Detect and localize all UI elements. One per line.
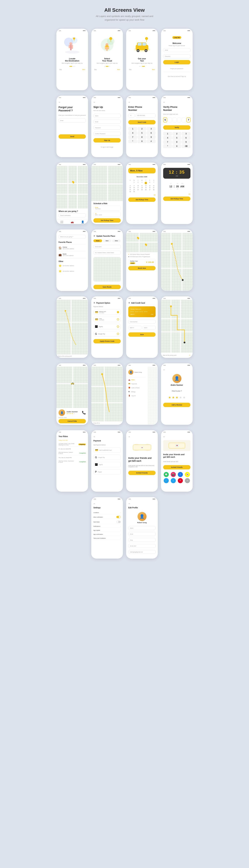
- cvv-input[interactable]: 06/23: [143, 326, 156, 330]
- star-2[interactable]: ★: [172, 396, 175, 399]
- star-3[interactable]: ★: [175, 396, 178, 399]
- key-5[interactable]: 5: [138, 131, 146, 135]
- ph-google[interactable]: G Google Pay: [94, 455, 121, 460]
- set-pickup-btn[interactable]: Set Pickup Time: [94, 218, 121, 223]
- master-card-option[interactable]: 💳 Mastercard •••• 4514: [94, 309, 121, 315]
- signup-email[interactable]: Email: [94, 120, 121, 124]
- back-btn-payment[interactable]: ✕: [94, 302, 95, 304]
- back-btn-invite[interactable]: ←: [128, 435, 155, 438]
- forgot-email-input[interactable]: Email: [59, 119, 86, 122]
- date-pickup-btn[interactable]: Set Pickup Time: [128, 197, 155, 202]
- vkey-9[interactable]: 9: [182, 140, 190, 144]
- star-4[interactable]: ★: [179, 396, 182, 399]
- setting-app-update[interactable]: App Update ›: [94, 529, 121, 532]
- sidebar-invite[interactable]: 🎁 Invite a Friend: [128, 386, 146, 389]
- key-7[interactable]: 7: [128, 135, 137, 139]
- setting-terms[interactable]: Terms and Conditions ›: [94, 537, 121, 540]
- vkey-3[interactable]: 3: [182, 132, 190, 135]
- fav-name-input[interactable]: McDonald's: [94, 245, 121, 249]
- otp-box-4[interactable]: [177, 117, 181, 122]
- tab-other[interactable]: Other: [112, 240, 121, 242]
- key-1[interactable]: 1: [128, 127, 137, 131]
- profile-dob-input[interactable]: 08 06 1997: [128, 544, 155, 548]
- key-8[interactable]: 8: [138, 135, 146, 139]
- setting-darkmode[interactable]: Dark Mode: [94, 520, 121, 524]
- key-3[interactable]: 3: [147, 127, 155, 131]
- key-4[interactable]: 4: [128, 131, 137, 135]
- pinterest-share[interactable]: P: [177, 478, 183, 483]
- add-review-btn[interactable]: Add a Review: [163, 403, 190, 407]
- back-btn-signup[interactable]: ←: [94, 101, 121, 103]
- thursday-ride-item[interactable]: 789 Pine Street, Downtown € 32.00 Comple…: [59, 460, 86, 464]
- back-btn-invite2[interactable]: ←: [163, 435, 190, 438]
- signup-name[interactable]: Name: [94, 114, 121, 118]
- country-code-input[interactable]: +0: [128, 114, 135, 118]
- other-location-2[interactable]: ⭐ Set another address: [59, 269, 86, 273]
- setting-locations[interactable]: Locations ›: [94, 511, 121, 514]
- back-btn-fav[interactable]: ✕: [94, 235, 95, 237]
- vkey-7[interactable]: 7: [163, 140, 172, 144]
- email-input[interactable]: Email: [163, 48, 190, 52]
- vkey-5[interactable]: 5: [172, 136, 181, 140]
- friday-ride-item[interactable]: 456 Oak Avenue, Suburb € 45.00 Completed: [59, 451, 86, 455]
- back-btn-verify[interactable]: ←: [163, 101, 190, 103]
- vkey-8[interactable]: 8: [172, 140, 181, 144]
- send-code-button[interactable]: Send Code: [128, 120, 155, 124]
- otp-box-1[interactable]: 5: [163, 117, 167, 122]
- signup-password[interactable]: Password: [94, 126, 121, 130]
- login-button[interactable]: Login: [163, 60, 190, 64]
- otp-box-2[interactable]: [168, 117, 172, 122]
- forgot-link[interactable]: Forgot your password?: [170, 68, 183, 69]
- vkey-star[interactable]: *: [163, 144, 172, 148]
- back-btn-settings[interactable]: ←: [94, 502, 121, 505]
- other-location-1[interactable]: ⭐ Set another address: [59, 264, 86, 268]
- twitter2-share[interactable]: t: [170, 478, 176, 483]
- next-btn[interactable]: Next: [82, 69, 85, 70]
- star-1[interactable]: ★: [168, 396, 171, 399]
- key-9[interactable]: 9: [147, 135, 155, 139]
- signup-confirm[interactable]: Confirm Password: [94, 132, 121, 135]
- tab-profile-icon[interactable]: 👤: [81, 220, 84, 223]
- key-6[interactable]: 6: [147, 131, 155, 135]
- back-btn-profile[interactable]: ←: [128, 502, 155, 505]
- profile-drug-input[interactable]: Drug: [128, 538, 155, 542]
- invite-friends-btn2[interactable]: Invited Friends: [163, 465, 190, 469]
- profile-email-input[interactable]: Email: [128, 532, 155, 536]
- signup-link[interactable]: Don't have an account? Sign Up: [168, 76, 186, 77]
- vkey-del[interactable]: ⌫: [182, 144, 190, 148]
- tab-home-icon[interactable]: ⬜: [60, 220, 63, 223]
- book-now-btn[interactable]: Book Now: [128, 266, 155, 270]
- sidebar-logout[interactable]: 🚪 Log out: [128, 394, 146, 397]
- ph-paypal[interactable]: 🅿 PayPal: [94, 462, 121, 467]
- invite-friends-btn[interactable]: Invited Friends: [128, 471, 155, 475]
- phone-call-icon[interactable]: 📞: [82, 411, 86, 415]
- verify-button[interactable]: Verify: [163, 125, 190, 130]
- work-location-item[interactable]: 💼 Work Set a work address: [59, 252, 86, 257]
- setting-app-confirm[interactable]: App confirmation ›: [94, 533, 121, 536]
- facebook-share[interactable]: f: [177, 472, 183, 477]
- expiry-input[interactable]: MM/YY: [128, 326, 141, 330]
- time-ok-btn[interactable]: OK: [189, 193, 191, 195]
- key-hash[interactable]: #: [147, 140, 155, 143]
- skip-btn[interactable]: Skip: [59, 69, 62, 70]
- twitter-share[interactable]: 🐦: [163, 478, 169, 483]
- vkey-2[interactable]: 2: [172, 132, 181, 135]
- car-option[interactable]: Sedan Car Cash € 126.00: [128, 259, 155, 265]
- star-5[interactable]: ★: [183, 396, 186, 399]
- tab-home[interactable]: Home: [94, 240, 102, 242]
- ph-paypal2[interactable]: P Paypal: [94, 469, 121, 474]
- darkmode-toggle[interactable]: [116, 521, 121, 523]
- setting-notifications[interactable]: Allow notification: [94, 515, 121, 519]
- signup-button[interactable]: Sign Up: [94, 138, 121, 143]
- google-signin-link[interactable]: Or sign in with Google: [101, 147, 113, 148]
- vkey-6[interactable]: 6: [182, 136, 190, 140]
- setting-push-notif[interactable]: Notifications ›: [94, 525, 121, 528]
- back-btn-ph[interactable]: ←: [94, 435, 121, 438]
- sidebar-rides[interactable]: 🚗 Rides: [128, 378, 146, 381]
- time-pickup-btn[interactable]: Set Pickup Time: [163, 196, 190, 201]
- save-card-btn[interactable]: Save: [128, 332, 155, 337]
- next-btn3[interactable]: Next: [152, 69, 155, 70]
- sidebar-settings[interactable]: ⚙ Settings: [128, 390, 146, 393]
- send-button[interactable]: Send: [59, 134, 86, 139]
- paypal-option[interactable]: 🅿 PayPal: [94, 324, 121, 329]
